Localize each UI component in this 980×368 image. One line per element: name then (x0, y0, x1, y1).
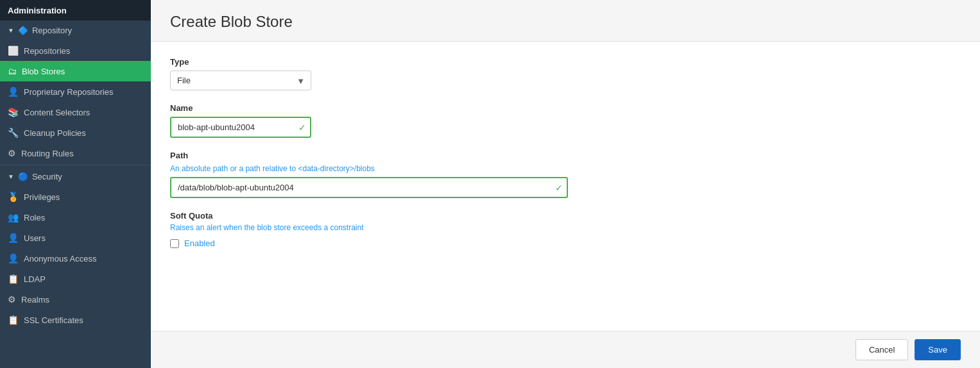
sidebar-item-cleanup-policies-label: Cleanup Policies (24, 128, 86, 138)
sidebar-group-repository[interactable]: ▼ 🔷 Repository (0, 21, 151, 40)
sidebar-item-ssl-certificates[interactable]: 📋 SSL Certificates (0, 310, 151, 330)
proprietary-repositories-icon: 👤 (8, 87, 19, 97)
sidebar-item-roles[interactable]: 👥 Roles (0, 207, 151, 228)
sidebar-item-routing-rules-label: Routing Rules (21, 149, 74, 158)
sidebar-item-ldap[interactable]: 📋 LDAP (0, 269, 151, 289)
security-group-label: Security (32, 172, 62, 181)
enabled-label-text: Enabled (184, 238, 215, 248)
sidebar-item-users-label: Users (24, 233, 46, 243)
repository-arrow-icon: ▼ (8, 27, 14, 34)
privileges-icon: 🏅 (8, 192, 19, 202)
soft-quota-group: Soft Quota Raises an alert when the blob… (170, 211, 961, 248)
sidebar-item-proprietary-repositories-label: Proprietary Repositories (24, 87, 113, 97)
sidebar-item-ssl-certificates-label: SSL Certificates (24, 315, 83, 325)
sidebar-item-repositories[interactable]: ⬜ Repositories (0, 40, 151, 61)
sidebar-item-proprietary-repositories[interactable]: 👤 Proprietary Repositories (0, 81, 151, 102)
sidebar-item-realms[interactable]: ⚙ Realms (0, 289, 151, 310)
save-button[interactable]: Save (915, 339, 961, 360)
sidebar-item-anonymous-access[interactable]: 👤 Anonymous Access (0, 248, 151, 269)
form-area: Type File S3 ▼ Name ✓ Path An absolute p… (151, 42, 980, 331)
sidebar-item-users[interactable]: 👤 Users (0, 228, 151, 248)
soft-quota-hint: Raises an alert when the blob store exce… (170, 223, 961, 232)
main-content: Create Blob Store Type File S3 ▼ Name ✓ … (151, 0, 980, 368)
sidebar-item-blob-stores-label: Blob Stores (22, 67, 65, 76)
repository-group-label: Repository (32, 26, 72, 35)
ssl-certificates-icon: 📋 (8, 315, 19, 325)
users-icon: 👤 (8, 233, 19, 243)
security-arrow-icon: ▼ (8, 173, 14, 180)
page-title: Create Blob Store (170, 13, 961, 31)
sidebar-item-ldap-label: LDAP (24, 274, 46, 284)
sidebar-item-routing-rules[interactable]: ⚙ Routing Rules (0, 143, 151, 163)
enabled-checkbox-label[interactable]: Enabled (170, 238, 961, 248)
sidebar: Administration ▼ 🔷 Repository ⬜ Reposito… (0, 0, 151, 368)
name-input[interactable] (170, 117, 311, 138)
cleanup-policies-icon: 🔧 (8, 128, 19, 138)
sidebar-item-content-selectors-label: Content Selectors (24, 108, 90, 117)
sidebar-header: Administration (0, 0, 151, 21)
name-group: Name ✓ (170, 103, 961, 138)
footer-bar: Cancel Save (151, 331, 980, 368)
sidebar-item-cleanup-policies[interactable]: 🔧 Cleanup Policies (0, 122, 151, 143)
name-input-wrapper: ✓ (170, 117, 311, 138)
path-input[interactable] (170, 177, 568, 198)
sidebar-item-blob-stores[interactable]: 🗂 Blob Stores (0, 61, 151, 81)
path-input-wrapper: ✓ (170, 177, 568, 198)
cancel-button[interactable]: Cancel (855, 339, 908, 360)
type-label: Type (170, 57, 961, 67)
repository-group-icon: 🔷 (18, 26, 28, 35)
content-selectors-icon: 📚 (8, 107, 19, 117)
sidebar-item-content-selectors[interactable]: 📚 Content Selectors (0, 102, 151, 122)
sidebar-item-anonymous-access-label: Anonymous Access (24, 254, 96, 263)
name-label: Name (170, 103, 961, 113)
sidebar-item-realms-label: Realms (21, 295, 49, 305)
anonymous-access-icon: 👤 (8, 253, 19, 263)
name-check-icon: ✓ (298, 122, 306, 133)
security-group-icon: 🔵 (18, 172, 28, 181)
path-group: Path An absolute path or a path relative… (170, 151, 961, 198)
path-check-icon: ✓ (555, 183, 563, 193)
roles-icon: 👥 (8, 212, 19, 222)
type-group: Type File S3 ▼ (170, 57, 961, 90)
type-select-wrapper: File S3 ▼ (170, 71, 311, 90)
soft-quota-label: Soft Quota (170, 211, 961, 221)
sidebar-item-privileges-label: Privileges (24, 192, 60, 202)
sidebar-group-security[interactable]: ▼ 🔵 Security (0, 167, 151, 187)
sidebar-item-roles-label: Roles (24, 213, 45, 222)
routing-rules-icon: ⚙ (8, 148, 16, 158)
path-hint: An absolute path or a path relative to <… (170, 164, 961, 173)
sidebar-item-privileges[interactable]: 🏅 Privileges (0, 187, 151, 207)
blob-stores-icon: 🗂 (8, 66, 17, 76)
realms-icon: ⚙ (8, 294, 16, 305)
type-select[interactable]: File S3 (170, 71, 311, 90)
sidebar-item-repositories-label: Repositories (24, 46, 70, 56)
path-label: Path (170, 151, 961, 160)
repositories-icon: ⬜ (8, 46, 19, 56)
page-header: Create Blob Store (151, 0, 980, 42)
enabled-checkbox[interactable] (170, 239, 179, 248)
ldap-icon: 📋 (8, 274, 19, 284)
